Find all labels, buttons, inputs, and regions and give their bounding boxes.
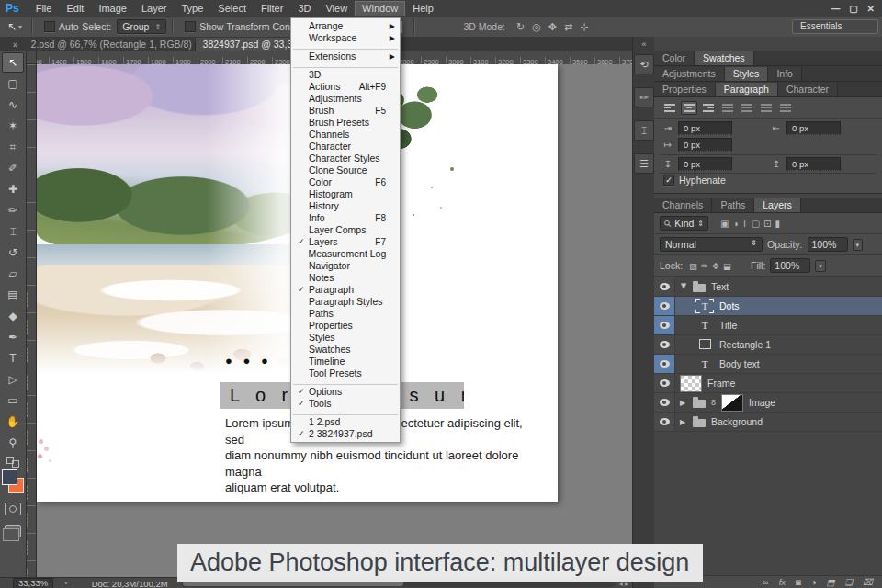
- menu-item[interactable]: ✓ 1 2.psd ▶: [291, 416, 400, 428]
- layer-effects-icon[interactable]: fx: [779, 577, 786, 587]
- indent-left-field[interactable]: ⇥ 0 px: [662, 121, 732, 135]
- menu-item[interactable]: ✓ 2 3824937.psd ▶: [291, 428, 400, 440]
- new-group-icon[interactable]: ⬒: [827, 577, 835, 587]
- menu-item[interactable]: Layer: [134, 1, 175, 16]
- lasso-tool[interactable]: ∿: [2, 95, 24, 115]
- tool-presets-panel-icon[interactable]: ☰: [634, 153, 654, 174]
- tab-overflow-icon[interactable]: »: [0, 40, 24, 51]
- eraser-tool[interactable]: ▱: [2, 264, 24, 284]
- menu-item[interactable]: ✓ Brush F5 ▶: [291, 105, 400, 117]
- menu-item[interactable]: 3D: [290, 1, 318, 16]
- visibility-toggle[interactable]: [654, 335, 675, 354]
- show-transform-checkbox[interactable]: [185, 21, 196, 32]
- first-line-indent-field[interactable]: ↦ 0 px: [662, 138, 732, 152]
- lock-image-pixels-icon[interactable]: ✏: [699, 261, 710, 271]
- magic-wand-tool[interactable]: ✶: [2, 116, 24, 136]
- tool-preset-caret-icon[interactable]: ▾: [18, 23, 26, 31]
- 3d-pan-icon[interactable]: ✥: [545, 21, 560, 33]
- quick-mask-icon[interactable]: [5, 503, 21, 515]
- menu-item[interactable]: ✓ Actions Alt+F9 ▶: [291, 81, 400, 93]
- menu-item[interactable]: ✓ Character Styles ▶: [291, 153, 400, 164]
- menu-item[interactable]: ✓ Character ▶: [291, 141, 400, 153]
- panel-tab[interactable]: Paragraph: [716, 83, 778, 96]
- zoom-level-field[interactable]: 33,33%: [13, 578, 53, 588]
- group-arrow-icon[interactable]: ▶: [680, 399, 687, 407]
- menu-item[interactable]: ✓ Swatches ▶: [291, 344, 400, 356]
- menu-item[interactable]: ✓ Workspace ▶: [291, 32, 400, 44]
- hand-tool[interactable]: ✋: [2, 412, 24, 432]
- menu-item[interactable]: ✓ ▶: [291, 410, 400, 416]
- close-icon[interactable]: ✕: [867, 4, 875, 14]
- brush-presets-panel-icon[interactable]: ✏: [634, 87, 654, 107]
- menu-item[interactable]: Help: [405, 1, 441, 16]
- menu-item[interactable]: ✓ Options ▶: [291, 386, 400, 398]
- opacity-value[interactable]: 100%: [808, 237, 848, 252]
- kind-filter-dropdown[interactable]: ⚲ Kind ⇕: [660, 216, 708, 231]
- align-center-button[interactable]: [681, 101, 697, 115]
- healing-brush-tool[interactable]: ✚: [2, 179, 24, 199]
- align-right-button[interactable]: [700, 101, 717, 115]
- visibility-toggle[interactable]: [654, 355, 675, 373]
- menu-item[interactable]: ✓ Notes ▶: [291, 272, 400, 284]
- panel-tab[interactable]: Paths: [712, 198, 754, 212]
- menu-item[interactable]: ✓ History ▶: [291, 200, 400, 212]
- layer-row[interactable]: ▶ 8 T Body text: [654, 355, 882, 374]
- adjustment-layer-icon[interactable]: ◑: [811, 577, 817, 587]
- panel-tab[interactable]: Styles: [725, 67, 769, 81]
- clone-source-panel-icon[interactable]: ⌶: [634, 120, 654, 141]
- menu-item[interactable]: ✓ Info F8 ▶: [291, 212, 400, 224]
- delete-layer-icon[interactable]: ⌧: [863, 577, 873, 587]
- layer-row[interactable]: ▶ 8 T Dots: [654, 297, 882, 316]
- justify-last-left-button[interactable]: [719, 101, 736, 115]
- link-layers-icon[interactable]: ∞: [763, 577, 769, 587]
- panel-tab[interactable]: Channels: [654, 198, 712, 212]
- crop-tool[interactable]: ⌗: [2, 137, 24, 157]
- panel-tab[interactable]: Character: [778, 83, 838, 96]
- menu-item[interactable]: ✓ Measurement Log ▶: [291, 248, 400, 260]
- layer-row[interactable]: ▶ 8 T Frame: [654, 374, 882, 393]
- group-arrow-icon[interactable]: ▶: [680, 283, 688, 290]
- menu-item[interactable]: ✓ ▶: [291, 44, 400, 51]
- eyedropper-tool[interactable]: ✐: [2, 158, 24, 178]
- menu-item[interactable]: ✓ Paragraph Styles ▶: [291, 296, 400, 308]
- justify-last-center-button[interactable]: [739, 101, 755, 115]
- menu-item[interactable]: View: [318, 1, 355, 16]
- visibility-toggle[interactable]: [654, 316, 675, 334]
- menu-item[interactable]: ✓ Clone Source ▶: [291, 164, 400, 176]
- menu-item[interactable]: ✓ Styles ▶: [291, 332, 400, 344]
- 3d-roll-icon[interactable]: ◎: [528, 21, 545, 33]
- menu-item[interactable]: ✓ Tool Presets ▶: [291, 368, 400, 379]
- panel-tab[interactable]: Layers: [754, 198, 801, 212]
- filter-toggle-icon[interactable]: ▮: [774, 219, 783, 229]
- brush-tool[interactable]: ✏: [2, 200, 24, 220]
- minimize-icon[interactable]: —: [831, 4, 840, 14]
- menu-item[interactable]: Select: [210, 1, 254, 16]
- menu-item[interactable]: ✓ ▶: [291, 62, 400, 69]
- maximize-icon[interactable]: ▢: [849, 4, 857, 14]
- marquee-tool[interactable]: ▢: [2, 74, 24, 94]
- group-select-dropdown[interactable]: Group ⇕: [117, 19, 166, 34]
- menu-item[interactable]: ✓ Adjustments ▶: [291, 93, 400, 105]
- pen-tool[interactable]: ✒: [2, 327, 24, 347]
- menu-item[interactable]: ✓ Layers F7 ▶: [291, 236, 400, 248]
- menu-item[interactable]: ✓ Color F6 ▶: [291, 176, 400, 188]
- filter-pixel-layers-icon[interactable]: ▣: [718, 219, 730, 229]
- foreground-color-chip[interactable]: [2, 469, 17, 485]
- screen-mode-icon[interactable]: [5, 525, 21, 537]
- panel-tab[interactable]: Properties: [654, 83, 716, 96]
- menu-item[interactable]: ✓ Layer Comps ▶: [291, 224, 400, 236]
- fill-dropdown-icon[interactable]: ▾: [815, 260, 826, 272]
- menu-item[interactable]: Image: [91, 1, 134, 16]
- menu-item[interactable]: ✓ Channels ▶: [291, 129, 400, 141]
- 3d-scale-icon[interactable]: ⊹: [576, 21, 592, 33]
- visibility-toggle[interactable]: [654, 277, 675, 296]
- swap-colors-icon[interactable]: [6, 457, 19, 466]
- menu-item[interactable]: ✓ Properties ▶: [291, 320, 400, 332]
- menu-item[interactable]: ✓ Arrange ▶: [291, 20, 400, 32]
- lock-transparent-pixels-icon[interactable]: ▨: [687, 261, 699, 271]
- panel-tab[interactable]: Adjustments: [654, 67, 725, 81]
- filter-smart-objects-icon[interactable]: ⊡: [762, 219, 773, 229]
- move-tool-icon[interactable]: ↖: [0, 20, 18, 33]
- path-selection-tool[interactable]: ▷: [2, 369, 24, 390]
- menu-item[interactable]: ✓ ▶: [291, 379, 400, 386]
